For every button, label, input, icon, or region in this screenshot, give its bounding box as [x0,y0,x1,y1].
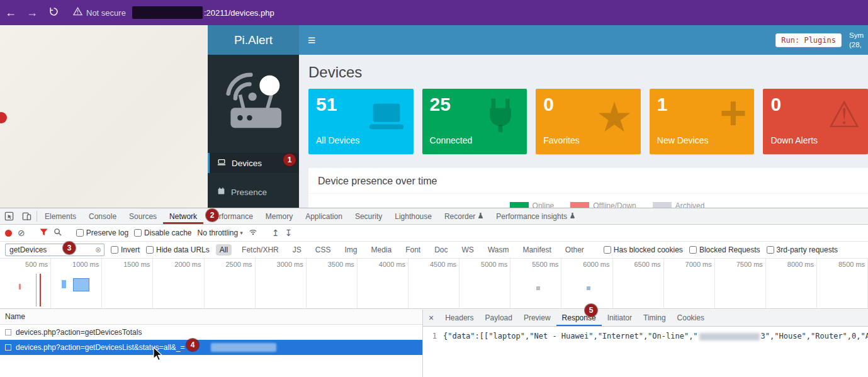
card-label: Down Alerts [770,135,818,145]
url-text[interactable]: :20211/devices.php [204,8,274,18]
legend-item-archived[interactable]: Archived [653,201,705,208]
tab-application[interactable]: Application [299,208,349,224]
filter-chip-manifest[interactable]: Manifest [519,244,555,256]
network-filter-bar: ⊗ Invert Hide data URLs All Fetch/XHR JS… [0,242,868,259]
request-row[interactable]: devices.php?action=getDevicesTotals [0,325,422,340]
filter-chip-ws[interactable]: WS [458,244,478,256]
detail-tab-headers[interactable]: Headers [439,310,479,326]
divider [37,211,37,222]
has-blocked-cookies-checkbox[interactable]: Has blocked cookies [604,245,683,254]
filter-chip-fetchxhr[interactable]: Fetch/XHR [238,244,283,256]
record-icon[interactable] [5,230,12,237]
blocked-requests-checkbox[interactable]: Blocked Requests [689,245,760,254]
request-row-selected[interactable]: devices.php?action=getDevicesList&status… [0,340,422,355]
tab-performance-insights[interactable]: Performance insights [490,208,582,224]
user-info-clipped[interactable]: Sym (28, [849,31,867,49]
back-icon[interactable]: ← [0,6,21,20]
tab-security[interactable]: Security [349,208,388,224]
request-checkbox[interactable] [5,344,11,351]
checkbox[interactable] [689,246,697,254]
refresh-icon[interactable] [43,6,64,20]
filter-chip-media[interactable]: Media [367,244,395,256]
detail-tab-payload[interactable]: Payload [480,310,518,326]
webpage-viewport: Pi.Alert ≡ Run: Plugins Sym (28, [0,25,868,208]
sidebar-toggle-icon[interactable]: ≡ [299,33,324,48]
detail-tab-initiator[interactable]: Initiator [602,310,638,326]
card-new-devices[interactable]: 1 New Devices + [650,89,755,154]
screenshot-root: ← → Not secure :20211/devices.php Pi.Ale… [0,0,868,377]
response-text: {"data":[["laptop","Net - Huawei","Inter… [443,332,868,340]
timeline-event-mark [40,274,41,307]
tab-elements[interactable]: Elements [38,208,82,224]
tab-network[interactable]: Network [163,208,203,224]
checkbox[interactable] [134,229,142,237]
site-security-chip[interactable]: Not secure [73,7,126,18]
card-favorites[interactable]: 0 Favorites ★ [536,89,641,154]
inspect-element-icon[interactable] [0,208,18,224]
detail-tab-preview[interactable]: Preview [518,310,556,326]
checkbox[interactable] [111,246,118,254]
card-down-alerts[interactable]: 0 Down Alerts ⚠ [763,89,868,154]
disable-cache-checkbox[interactable]: Disable cache [134,228,191,237]
close-icon[interactable]: × [423,310,439,326]
forward-icon[interactable]: → [21,6,43,20]
run-plugins-button[interactable]: Run: Plugins [775,33,842,47]
tab-memory[interactable]: Memory [259,208,299,224]
network-bottom-split: Name devices.php?action=getDevicesTotals… [0,310,868,377]
card-all-devices[interactable]: 51 All Devices [308,89,414,154]
export-har-icon[interactable]: ↧ [285,228,292,237]
detail-tab-cookies[interactable]: Cookies [672,310,710,326]
sidebar-item-presence[interactable]: Presence [208,182,299,202]
annotation-badge-3: 3 [63,242,76,254]
timeline-event-mark [19,284,21,290]
legend-item-offline[interactable]: Offline/Down [570,201,636,208]
checkbox[interactable] [76,229,84,237]
filter-chip-js[interactable]: JS [289,244,305,256]
request-checkbox[interactable] [5,329,11,335]
annotation-badge-2: 2 [206,209,218,222]
device-toolbar-icon[interactable] [18,208,35,224]
annotation-badge-4: 4 [186,339,199,351]
import-har-icon[interactable]: ↥ [272,228,279,237]
search-icon[interactable] [54,228,62,238]
user-info-line2: (28, [849,40,867,49]
filter-chip-css[interactable]: CSS [312,244,335,256]
name-column-header[interactable]: Name [0,310,422,325]
network-conditions-icon[interactable] [249,228,257,237]
clear-filter-icon[interactable]: ⊗ [95,245,101,254]
network-timeline-overview[interactable]: 500 ms 1000 ms 1500 ms 2000 ms 2500 ms 3… [0,259,868,309]
filter-chip-wasm[interactable]: Wasm [484,244,513,256]
filter-chip-other[interactable]: Other [561,244,588,256]
filter-chip-doc[interactable]: Doc [431,244,451,256]
request-redaction-box [211,343,276,352]
detail-tab-bar: × Headers Payload Preview Response Initi… [423,310,868,327]
preserve-log-checkbox[interactable]: Preserve log [76,228,128,237]
card-label: New Devices [657,135,709,145]
legend-label: Archived [675,201,705,208]
tab-sources[interactable]: Sources [123,208,163,224]
throttling-dropdown[interactable]: No throttling ▾ [197,228,242,237]
filter-chip-all[interactable]: All [216,244,232,256]
filter-icon[interactable] [40,228,48,238]
tab-recorder[interactable]: Recorder [438,208,490,224]
clear-icon[interactable]: ⊘ [18,228,25,237]
filter-chip-img[interactable]: Img [341,244,361,256]
checkbox[interactable] [146,246,154,254]
app-logo[interactable]: Pi.Alert [208,25,299,55]
laptop-icon [217,158,226,169]
invert-checkbox[interactable]: Invert [111,245,140,254]
detail-tab-timing[interactable]: Timing [638,310,672,326]
hide-data-urls-checkbox[interactable]: Hide data URLs [146,245,210,254]
legend-item-online[interactable]: Online [510,201,555,208]
laptop-icon [367,96,406,137]
third-party-requests-checkbox[interactable]: 3rd-party requests [767,245,838,254]
checkbox[interactable] [767,246,774,254]
filter-chip-font[interactable]: Font [402,244,424,256]
card-connected[interactable]: 25 Connected [422,89,527,154]
filter-input[interactable] [8,245,95,255]
tab-console[interactable]: Console [82,208,123,224]
checkbox[interactable] [604,246,611,254]
tab-lighthouse[interactable]: Lighthouse [388,208,438,224]
plus-icon: + [719,90,747,137]
page-background-texture [0,25,208,208]
